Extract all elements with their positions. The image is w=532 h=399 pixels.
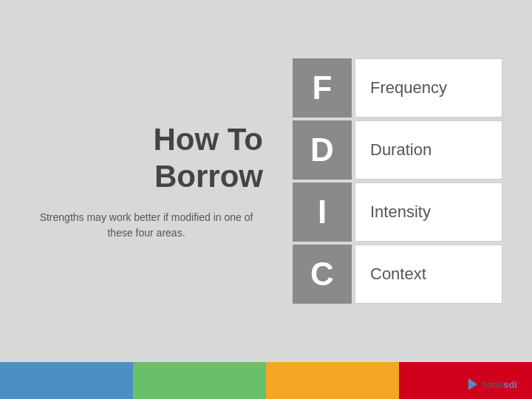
letter-i: I [293,183,352,242]
label-intensity: Intensity [355,183,502,242]
bar-blue [0,362,133,399]
label-context: Context [355,245,502,304]
bar-orange [266,362,399,399]
left-section: How To Borrow Strengths may work better … [30,121,263,242]
label-duration: Duration [355,120,502,180]
bar-green [133,362,266,399]
logo-area: totalsdi [466,377,517,392]
letter-f: F [293,58,352,117]
title-line1: How To [153,122,263,157]
svg-marker-0 [468,378,477,390]
letter-d: D [293,120,352,180]
logo-text: totalsdi [483,379,517,390]
logo-icon [466,377,480,392]
title-line2: Borrow [154,159,263,194]
subtitle: Strengths may work better if modified in… [30,210,263,241]
letter-c: C [293,245,352,304]
fdi-grid: F Frequency D Duration I Intensity C Con… [293,58,502,304]
bottom-bar [0,362,532,399]
main-content: How To Borrow Strengths may work better … [0,0,532,362]
label-frequency: Frequency [355,58,502,117]
logo-prefix: total [483,379,503,390]
logo-suffix: sdi [503,379,517,390]
title: How To Borrow [153,121,263,196]
